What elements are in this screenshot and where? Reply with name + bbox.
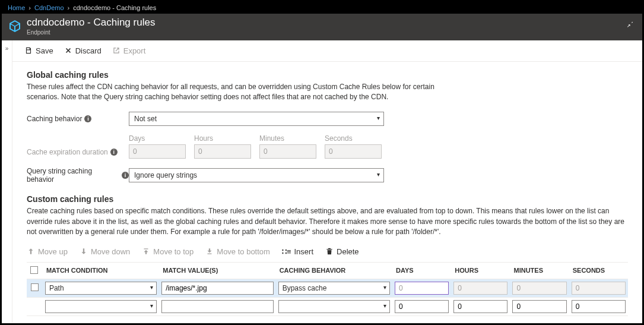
col-seconds: SECONDS bbox=[569, 262, 628, 279]
minutes-input bbox=[259, 144, 316, 159]
insert-button[interactable]: ∷≡ Insert bbox=[282, 247, 313, 256]
match-value-input[interactable] bbox=[161, 300, 273, 313]
query-string-select[interactable]: Ignore query strings ▾ bbox=[129, 168, 384, 182]
delete-button[interactable]: Delete bbox=[325, 247, 359, 256]
hours-input bbox=[194, 144, 251, 159]
hours-label: Hours bbox=[194, 134, 251, 143]
chevron-down-icon: ▾ bbox=[377, 171, 380, 178]
export-label: Export bbox=[123, 46, 146, 55]
row-hours-input[interactable] bbox=[453, 300, 507, 313]
export-icon bbox=[112, 46, 120, 55]
row-days-input[interactable] bbox=[395, 300, 449, 313]
row-caching-behavior-select[interactable]: Bypass cache ▾ bbox=[278, 282, 390, 295]
info-icon[interactable]: i bbox=[84, 115, 91, 122]
duration-group: Days Hours Minutes Seconds bbox=[129, 134, 382, 159]
rules-toolbar: Move up Move down Move to top Move to bo… bbox=[27, 247, 628, 256]
move-down-button[interactable]: Move down bbox=[80, 247, 130, 256]
insert-icon: ∷≡ bbox=[282, 247, 291, 256]
chevron-down-icon: ▾ bbox=[150, 302, 153, 309]
page-title: cdndocdemo - Caching rules bbox=[27, 17, 155, 29]
row-caching-behavior-select[interactable]: ▾ bbox=[278, 300, 390, 313]
query-string-label: Query string caching behavior i bbox=[27, 167, 129, 184]
chevron-down-icon: ▾ bbox=[383, 284, 386, 291]
save-button[interactable]: Save bbox=[24, 46, 53, 55]
row-hours-input bbox=[453, 282, 507, 295]
match-value-input[interactable] bbox=[161, 282, 273, 295]
save-icon bbox=[24, 46, 33, 55]
arrow-down-icon bbox=[80, 247, 88, 255]
global-rules-heading: Global caching rules bbox=[27, 70, 628, 80]
pin-icon[interactable] bbox=[626, 20, 634, 30]
chevron-down-icon: ▾ bbox=[377, 115, 380, 121]
export-button[interactable]: Export bbox=[112, 46, 146, 55]
col-match-values: MATCH VALUE(S) bbox=[159, 262, 275, 279]
row-checkbox[interactable] bbox=[31, 283, 39, 291]
chevron-right-icon: › bbox=[68, 4, 70, 11]
arrow-up-icon bbox=[27, 247, 35, 255]
days-label: Days bbox=[129, 134, 186, 143]
breadcrumb: Home › CdnDemo › cdndocdemo - Caching ru… bbox=[2, 2, 642, 14]
breadcrumb-home[interactable]: Home bbox=[8, 4, 25, 11]
info-icon[interactable]: i bbox=[110, 149, 118, 156]
row-minutes-input[interactable] bbox=[512, 300, 566, 313]
row-days-input bbox=[395, 282, 449, 295]
endpoint-icon bbox=[8, 19, 22, 33]
discard-button[interactable]: Discard bbox=[64, 46, 101, 55]
col-caching-behavior: CACHING BEHAVIOR bbox=[276, 262, 392, 279]
save-label: Save bbox=[36, 46, 53, 55]
arrow-top-icon bbox=[142, 247, 150, 255]
custom-rules-heading: Custom caching rules bbox=[27, 194, 628, 204]
move-top-button[interactable]: Move to top bbox=[142, 247, 193, 256]
breadcrumb-profile[interactable]: CdnDemo bbox=[34, 4, 64, 11]
match-condition-select[interactable]: ▾ bbox=[45, 300, 157, 313]
col-minutes: MINUTES bbox=[510, 262, 569, 279]
blade-header: cdndocdemo - Caching rules Endpoint bbox=[2, 14, 642, 40]
resource-type-label: Endpoint bbox=[27, 29, 155, 36]
col-match-condition: MATCH CONDITION bbox=[43, 262, 159, 279]
arrow-bottom-icon bbox=[205, 247, 214, 255]
table-row[interactable]: ▾ ▾ bbox=[27, 297, 628, 315]
discard-label: Discard bbox=[75, 46, 101, 55]
table-row[interactable]: Path ▾ Bypass cache ▾ bbox=[27, 279, 628, 297]
caching-behavior-select[interactable]: Not set ▾ bbox=[129, 112, 384, 126]
chevron-down-icon: ▾ bbox=[383, 302, 386, 309]
days-input bbox=[129, 144, 186, 159]
chevron-right-icon: › bbox=[28, 4, 31, 11]
custom-rules-description: Create caching rules based on specific m… bbox=[27, 206, 628, 237]
chevron-down-icon: ▾ bbox=[150, 284, 153, 291]
col-hours: HOURS bbox=[451, 262, 510, 279]
row-minutes-input bbox=[512, 282, 566, 295]
seconds-input bbox=[325, 144, 382, 159]
rules-table: MATCH CONDITION MATCH VALUE(S) CACHING B… bbox=[27, 262, 628, 316]
move-up-button[interactable]: Move up bbox=[27, 247, 68, 256]
caching-behavior-label: Caching behavior i bbox=[27, 115, 129, 123]
move-bottom-button[interactable]: Move to bottom bbox=[205, 247, 270, 256]
close-icon bbox=[64, 46, 72, 55]
select-all-checkbox[interactable] bbox=[30, 266, 38, 274]
match-condition-select[interactable]: Path ▾ bbox=[45, 282, 157, 295]
info-icon[interactable]: i bbox=[122, 172, 129, 179]
global-rules-description: These rules affect the CDN caching behav… bbox=[27, 82, 454, 103]
row-seconds-input[interactable] bbox=[572, 300, 626, 313]
expand-panel-icon[interactable]: » bbox=[2, 40, 12, 323]
breadcrumb-current: cdndocdemo - Caching rules bbox=[73, 4, 156, 11]
trash-icon bbox=[325, 247, 334, 255]
col-days: DAYS bbox=[392, 262, 451, 279]
command-bar: Save Discard Export bbox=[12, 40, 642, 62]
minutes-label: Minutes bbox=[259, 134, 316, 143]
cache-expiration-label: Cache expiration duration i bbox=[27, 148, 129, 159]
row-seconds-input bbox=[572, 282, 626, 295]
seconds-label: Seconds bbox=[325, 134, 382, 143]
